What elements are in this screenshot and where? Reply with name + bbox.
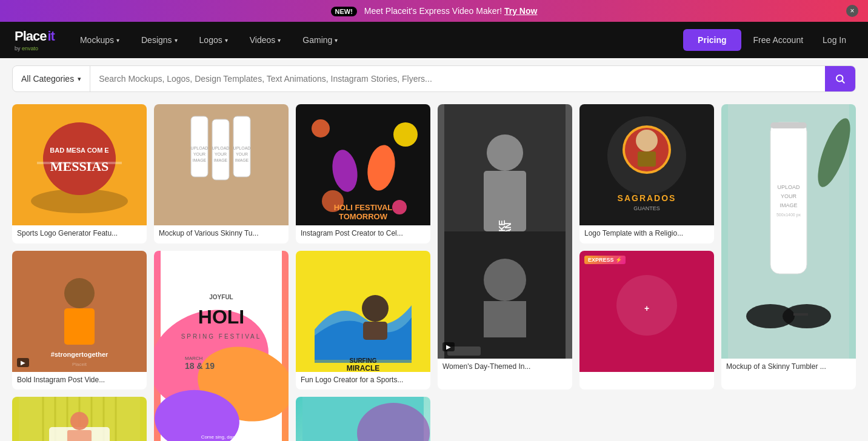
holi-image: HOLI FESTIVAL TOMORROW (296, 104, 430, 225)
svg-text:18 & 19: 18 & 19 (185, 361, 215, 371)
chevron-down-icon: ▾ (78, 75, 81, 83)
svg-text:IMAGE: IMAGE (235, 158, 249, 162)
logo-text: Place (15, 28, 47, 44)
card-label (579, 372, 714, 380)
card-skinny-tumbler-2[interactable]: UPLOAD YOUR IMAGE 500x1400 px Mockup of … (721, 104, 856, 390)
bold-post-image: #strongertogether Placeit (12, 251, 147, 372)
nav-designs[interactable]: Designs ▾ (133, 30, 186, 50)
card-sports-logo[interactable]: BAD MESA COM E MESSIAS Sports Logo Gener… (12, 104, 147, 244)
svg-line-1 (842, 81, 844, 82)
svg-text:#strongertogether: #strongertogether (51, 351, 109, 358)
svg-point-19 (312, 119, 330, 138)
card-express-design[interactable]: + EXPRESS ⚡ (579, 251, 714, 390)
svg-text:YOUR: YOUR (781, 193, 797, 199)
card-holi-blessed[interactable]: MARCH 19 BLESSED HOLI (296, 397, 430, 441)
nav-gaming[interactable]: Gaming ▾ (294, 30, 346, 50)
svg-rect-57 (64, 308, 95, 345)
surfing-image: SURFING MIRACLE (296, 251, 430, 372)
svg-point-40 (636, 130, 658, 151)
nav-videos[interactable]: Videos ▾ (241, 30, 290, 50)
svg-point-48 (783, 304, 831, 328)
svg-text:JOYFUL: JOYFUL (209, 294, 233, 300)
svg-point-22 (392, 200, 407, 214)
svg-text:HOLI: HOLI (198, 306, 244, 328)
svg-text:TOMORROW: TOMORROW (339, 212, 388, 221)
chevron-down-icon: ▾ (225, 37, 228, 44)
search-icon (835, 73, 846, 84)
logo[interactable]: Place it by envato (15, 28, 55, 51)
sports-logo-image: BAD MESA COM E MESSIAS (12, 104, 147, 225)
svg-text:IMAGE: IMAGE (780, 202, 797, 208)
svg-rect-46 (770, 122, 807, 128)
svg-rect-77 (363, 322, 387, 340)
svg-rect-41 (638, 151, 656, 167)
card-bold-instagram-video[interactable]: #strongertogether Placeit ▶ Bold Instagr… (12, 251, 147, 390)
svg-text:GUANTES: GUANTES (633, 205, 660, 211)
announcement-banner: NEW! Meet Placeit's Express Video Maker!… (0, 0, 868, 22)
tumbler-image: UPLOAD YOUR IMAGE UPLOAD YOUR IMAGE UPLO… (154, 104, 289, 225)
svg-text:YOUR: YOUR (193, 152, 205, 156)
svg-text:SPRING FESTIVAL: SPRING FESTIVAL (181, 333, 262, 340)
svg-point-76 (362, 295, 389, 322)
card-label: Bold Instagram Post Vide... (12, 372, 147, 390)
card-label: Mockup of a Skinny Tumbler ... (721, 359, 856, 377)
svg-point-24 (364, 143, 399, 193)
svg-point-23 (329, 148, 361, 194)
card-upload-mockup[interactable]: UPLOAD YOUR IMAGE 750x1200 px (12, 397, 147, 441)
search-bar: All Categories ▾ (12, 65, 856, 92)
upload-image: UPLOAD YOUR IMAGE 750x1200 px (12, 397, 147, 441)
card-sagrados-logo[interactable]: SAGRADOS GUANTES Logo Template with a Re… (579, 104, 714, 244)
svg-text:SURFING: SURFING (350, 357, 377, 364)
svg-point-28 (487, 134, 523, 171)
search-input[interactable] (90, 66, 825, 91)
card-surfing-logo[interactable]: SURFING MIRACLE Fun Logo Creator for a S… (296, 251, 430, 390)
cards-grid: BAD MESA COM E MESSIAS Sports Logo Gener… (12, 104, 856, 441)
video-badge-2: ▶ (17, 358, 29, 367)
card-label: Mockup of Various Skinny Tu... (154, 225, 289, 244)
card-label: Fun Logo Creator for a Sports... (296, 372, 430, 390)
svg-text:SAGRADOS: SAGRADOS (618, 193, 676, 203)
sagrados-image: SAGRADOS GUANTES (579, 104, 714, 225)
nav-logos[interactable]: Logos ▾ (191, 30, 236, 50)
video-badge: ▶ (442, 342, 455, 351)
banner-message: Meet Placeit's Express Video Maker! (364, 6, 502, 16)
card-holi-instagram[interactable]: HOLI FESTIVAL TOMORROW Instagram Post Cr… (296, 104, 430, 244)
svg-point-34 (484, 259, 526, 301)
card-skinny-tumbler[interactable]: UPLOAD YOUR IMAGE UPLOAD YOUR IMAGE UPLO… (154, 104, 289, 244)
category-label: All Categories (21, 74, 74, 84)
pricing-button[interactable]: Pricing (683, 29, 741, 51)
svg-text:BAD MESA COM E: BAD MESA COM E (50, 147, 109, 154)
svg-text:+: + (644, 303, 649, 313)
womens-day-image: FIGHT LIKE A WOMAN Discounts On Women's … (438, 104, 572, 359)
card-womens-day-tall[interactable]: FIGHT LIKE A WOMAN Discounts On Women's … (438, 104, 572, 390)
banner-close-button[interactable]: × (846, 5, 858, 17)
card-label: Instagram Post Creator to Cel... (296, 225, 430, 244)
holi-blessed-image: MARCH 19 BLESSED HOLI (296, 397, 430, 441)
svg-text:YOUR: YOUR (215, 152, 227, 156)
svg-rect-6 (37, 162, 122, 164)
express-badge: EXPRESS ⚡ (584, 256, 626, 264)
content-grid: BAD MESA COM E MESSIAS Sports Logo Gener… (0, 99, 868, 441)
banner-cta[interactable]: Try Now (504, 6, 537, 16)
express-image: + (579, 251, 714, 372)
svg-rect-49 (793, 313, 808, 316)
logo-text-it: it (48, 28, 55, 44)
navbar: Place it by envato Mockups ▾ Designs ▾ L… (0, 22, 868, 58)
card-holi-flyer[interactable]: JOYFUL HOLI SPRING FESTIVAL MARCH 18 & 1… (154, 251, 289, 441)
card-label: Sports Logo Generator Featu... (12, 225, 147, 244)
svg-point-96 (70, 412, 88, 430)
svg-point-20 (393, 122, 418, 147)
search-button[interactable] (825, 66, 855, 91)
svg-point-56 (64, 278, 95, 308)
svg-text:IMAGE: IMAGE (214, 158, 228, 162)
svg-text:MARCH: MARCH (185, 356, 203, 361)
chevron-down-icon: ▾ (335, 37, 338, 44)
svg-text:UPLOAD: UPLOAD (212, 146, 230, 150)
free-account-link[interactable]: Free Account (746, 30, 811, 50)
login-link[interactable]: Log In (815, 30, 853, 50)
svg-text:UPLOAD: UPLOAD (191, 146, 209, 150)
nav-mockups[interactable]: Mockups ▾ (72, 30, 128, 50)
svg-text:MIRACLE: MIRACLE (347, 364, 380, 372)
new-badge: NEW! (331, 7, 357, 16)
category-dropdown[interactable]: All Categories ▾ (13, 66, 90, 91)
